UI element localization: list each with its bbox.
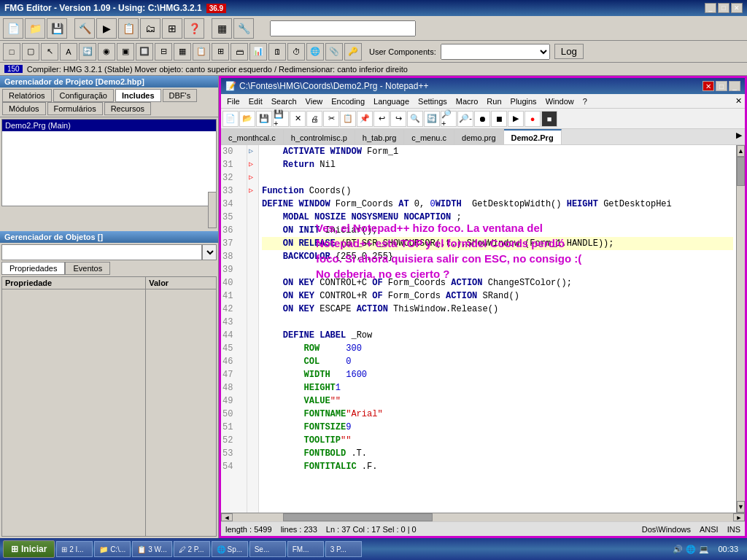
run-button[interactable]: ▶ xyxy=(96,18,117,39)
menu-search[interactable]: Search xyxy=(268,96,300,106)
stb-btn-1[interactable]: □ xyxy=(3,43,20,61)
np-tab-scroll-right[interactable]: ▶ xyxy=(733,129,745,144)
np-close-btn[interactable]: ✕ xyxy=(703,81,714,91)
taskbar-item-1[interactable]: ⊞ 2 I... xyxy=(56,541,93,557)
code-area[interactable]: ACTIVATE WINDOW Form_1 Return Nil Functi… xyxy=(259,145,736,513)
np-tb-macro-play[interactable]: ▶ xyxy=(508,111,524,127)
stb-btn-10[interactable]: ▦ xyxy=(174,43,191,61)
np-tab-c-monthcal[interactable]: c_monthcal.c xyxy=(221,129,284,144)
taskbar-item-6[interactable]: Se... xyxy=(249,541,286,557)
menu-view[interactable]: View xyxy=(303,96,326,106)
np-min-btn[interactable]: _ xyxy=(729,81,740,91)
stb-btn-9[interactable]: ⊟ xyxy=(155,43,172,61)
menu-run[interactable]: Run xyxy=(484,96,504,106)
stb-btn-7[interactable]: ▣ xyxy=(117,43,134,61)
taskbar-item-5[interactable]: 🌐 Sp... xyxy=(212,541,248,557)
tab-includes[interactable]: Includes xyxy=(115,89,161,102)
tab-dbfs[interactable]: DBF's xyxy=(163,89,198,102)
stb-btn-12[interactable]: ⊞ xyxy=(212,43,229,61)
stb-btn-11[interactable]: 📋 xyxy=(193,43,210,61)
stb-btn-13[interactable]: 🗃 xyxy=(231,43,248,61)
np-tb-find[interactable]: 🔍 xyxy=(407,111,423,127)
np-tb-copy[interactable]: 📋 xyxy=(340,111,356,127)
build-button[interactable]: 🔨 xyxy=(74,18,95,39)
start-button[interactable]: ⊞ Iniciar xyxy=(3,540,55,558)
close-button[interactable]: ✕ xyxy=(731,3,743,13)
np-close-x[interactable]: ✕ xyxy=(735,96,742,106)
np-max-btn[interactable]: □ xyxy=(716,81,727,91)
tab-formularios[interactable]: Formulários xyxy=(47,102,103,115)
taskbar-item-7[interactable]: FM... xyxy=(287,541,324,557)
object-search-input[interactable] xyxy=(1,244,202,260)
menu-encoding[interactable]: Encoding xyxy=(328,96,368,106)
np-tb-print[interactable]: 🖨 xyxy=(306,111,322,127)
stb-btn-18[interactable]: 📎 xyxy=(325,43,343,61)
tree-item-demo2[interactable]: Demo2.Prg (Main) xyxy=(2,120,216,131)
taskbar-item-3[interactable]: 📋 3 W... xyxy=(132,541,171,557)
stb-btn-16[interactable]: ⏱ xyxy=(287,43,305,61)
stb-btn-15[interactable]: 🗓 xyxy=(268,43,286,61)
np-tb-new[interactable]: 📄 xyxy=(222,111,239,127)
np-tab-h-tab[interactable]: h_tab.prg xyxy=(355,129,404,144)
save-button[interactable]: 💾 xyxy=(47,18,67,39)
stb-btn-6[interactable]: ◉ xyxy=(98,43,115,61)
new-button[interactable]: 📄 xyxy=(3,18,23,39)
np-tb-paste[interactable]: 📌 xyxy=(357,111,373,127)
np-tab-c-menu[interactable]: c_menu.c xyxy=(404,129,454,144)
menu-file[interactable]: File xyxy=(224,96,243,106)
np-tab-demo2[interactable]: Demo2.Prg xyxy=(504,129,562,144)
np-tb-close[interactable]: ✕ xyxy=(290,111,306,127)
tab-modulos[interactable]: Módulos xyxy=(2,102,46,115)
np-tb-zoom-out[interactable]: 🔎- xyxy=(457,111,473,127)
menu-window[interactable]: Window xyxy=(543,96,577,106)
np-tb-redo[interactable]: ↪ xyxy=(390,111,406,127)
tab-eventos[interactable]: Eventos xyxy=(65,262,110,275)
form-button[interactable]: 🗂 xyxy=(140,18,160,39)
taskbar-item-8[interactable]: 3 P... xyxy=(325,541,362,557)
editor-scrollbar[interactable]: ▲ ▼ xyxy=(736,145,745,513)
help-button[interactable]: ❓ xyxy=(184,18,204,39)
menu-language[interactable]: Language xyxy=(371,96,412,106)
np-tb-macro-stop[interactable]: ⏹ xyxy=(491,111,507,127)
horizontal-scrollbar[interactable]: ◄ ► xyxy=(221,513,745,521)
grid-button[interactable]: ⊞ xyxy=(162,18,182,39)
menu-macro[interactable]: Macro xyxy=(453,96,481,106)
np-tb-btn-dark[interactable]: ■ xyxy=(541,111,557,127)
add-form-button[interactable]: 📋 xyxy=(118,18,139,39)
stb-btn-8[interactable]: 🔲 xyxy=(136,43,153,61)
stb-btn-3[interactable]: ↖ xyxy=(41,43,58,61)
taskbar-item-4[interactable]: 🖊 2 P... xyxy=(174,541,210,557)
menu-help[interactable]: ? xyxy=(580,96,590,106)
tab-configuracao[interactable]: Configuração xyxy=(53,89,114,102)
np-tb-replace[interactable]: 🔄 xyxy=(424,111,440,127)
np-tb-red[interactable]: ● xyxy=(525,111,541,127)
minimize-button[interactable]: _ xyxy=(705,3,716,13)
stb-btn-17[interactable]: 🌐 xyxy=(306,43,324,61)
np-tb-saveall[interactable]: 💾+ xyxy=(273,111,289,127)
stb-btn-4[interactable]: A xyxy=(60,43,77,61)
stb-btn-19[interactable]: 🔑 xyxy=(344,43,362,61)
user-components-select[interactable] xyxy=(441,44,550,60)
np-tab-h-controlmisc[interactable]: h_controlmisc.p xyxy=(284,129,355,144)
tab-propriedades[interactable]: Propriedades xyxy=(1,262,65,275)
open-button[interactable]: 📁 xyxy=(25,18,45,39)
np-tb-save[interactable]: 💾 xyxy=(256,111,272,127)
menu-settings[interactable]: Settings xyxy=(415,96,450,106)
stb-btn-14[interactable]: 📊 xyxy=(249,43,267,61)
np-tb-cut[interactable]: ✂ xyxy=(323,111,339,127)
tab-recursos[interactable]: Recursos xyxy=(104,102,151,115)
tree-scrollbar[interactable] xyxy=(208,192,217,228)
stb-btn-5[interactable]: 🔄 xyxy=(79,43,96,61)
search-input[interactable] xyxy=(270,20,416,36)
tab-relatorios[interactable]: Relatórios xyxy=(2,89,52,102)
np-tb-open[interactable]: 📂 xyxy=(239,111,255,127)
menu-edit[interactable]: Edit xyxy=(246,96,266,106)
stb-btn-2[interactable]: ▢ xyxy=(22,43,39,61)
np-tb-zoom-in[interactable]: 🔎+ xyxy=(441,111,457,127)
taskbar-item-2[interactable]: 📁 C:\... xyxy=(94,541,131,557)
menu-plugins[interactable]: Plugins xyxy=(508,96,540,106)
maximize-button[interactable]: □ xyxy=(718,3,729,13)
np-tab-demo[interactable]: demo.prg xyxy=(454,129,503,144)
np-tb-undo[interactable]: ↩ xyxy=(374,111,390,127)
toolbar-btn-12[interactable]: 🔧 xyxy=(233,18,254,39)
